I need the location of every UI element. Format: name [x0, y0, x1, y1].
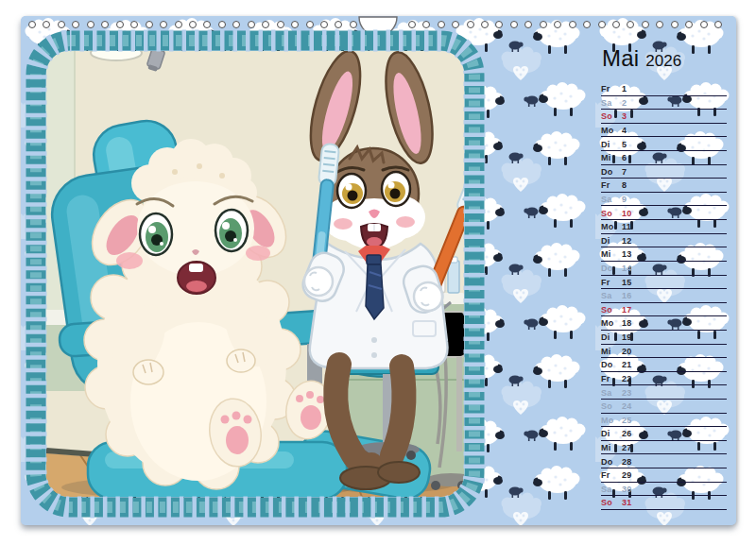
weekday-label: Do: [601, 264, 622, 273]
day-number: 24: [622, 401, 727, 411]
calendar-day-row: So10: [601, 206, 727, 220]
binding-hole: [452, 21, 459, 28]
binding-hole: [627, 21, 634, 28]
day-list: Fr1Sa2So3Mo4Di5Mi6Do7Fr8Sa9So10Mo11Di12M…: [601, 82, 727, 510]
day-number: 16: [622, 291, 727, 300]
binding-hole: [58, 21, 65, 28]
day-number: 22: [622, 374, 727, 383]
calendar-day-row: Do7: [601, 165, 727, 179]
binding-hole: [598, 21, 606, 28]
binding-hole: [218, 21, 226, 28]
calendar-day-row: Do28: [601, 454, 727, 468]
binding-hole: [87, 21, 94, 28]
day-number: 15: [622, 278, 727, 287]
weekday-label: Di: [601, 140, 622, 149]
calendar-day-row: So31: [601, 496, 727, 510]
month-label: Mai: [602, 45, 639, 72]
year-label: 2026: [645, 52, 681, 71]
dental-office-scene: [46, 32, 486, 504]
calendar-day-row: Sa2: [601, 96, 727, 111]
calendar-day-row: Mo18: [601, 316, 727, 331]
binding-hole: [72, 21, 79, 28]
day-number: 3: [622, 111, 727, 121]
calendar-day-row: Sa30: [601, 483, 727, 497]
binding-hole: [524, 21, 532, 28]
binding-hole: [146, 21, 153, 28]
weekday-label: Fr: [601, 374, 622, 383]
day-number: 9: [622, 195, 727, 204]
calendar-day-row: Fr1: [601, 82, 727, 96]
binding-hole: [408, 21, 416, 28]
binding-hole: [495, 21, 503, 28]
weekday-label: Mi: [601, 153, 622, 162]
calendar-page: Mai 2026 Fr1Sa2So3Mo4Di5Mi6Do7Fr8Sa9So10…: [21, 16, 736, 525]
day-number: 18: [622, 318, 727, 328]
binding-hole: [306, 21, 314, 28]
binding-hole: [671, 21, 679, 28]
calendar-day-row: Mo25: [601, 414, 727, 428]
weekday-label: Mo: [601, 416, 622, 425]
calendar-day-row: Di5: [601, 137, 727, 151]
calendar-day-row: Fr29: [601, 468, 727, 483]
binding-hole: [510, 21, 518, 28]
binding-hole: [248, 21, 255, 28]
binding-hole: [28, 21, 36, 28]
calendar-day-row: Mo4: [601, 124, 727, 138]
calendar-day-row: Mi6: [601, 151, 727, 165]
weekday-label: Mi: [601, 443, 622, 452]
day-number: 21: [622, 360, 727, 369]
day-number: 8: [622, 180, 727, 190]
day-number: 6: [622, 153, 727, 162]
day-number: 7: [622, 167, 727, 177]
day-number: 31: [622, 498, 727, 507]
weekday-label: Mi: [601, 249, 622, 259]
calendar-day-row: Sa9: [601, 193, 727, 207]
day-number: 13: [622, 249, 727, 259]
calendar-day-row: Fr8: [601, 179, 727, 193]
weekday-label: Do: [601, 167, 622, 177]
binding-hole: [160, 21, 167, 28]
calendar-day-row: Sa23: [601, 385, 727, 400]
weekday-label: Fr: [601, 84, 622, 94]
binding-hole: [540, 21, 547, 28]
weekday-label: Di: [601, 429, 622, 438]
calendar-day-row: Mi27: [601, 441, 727, 455]
day-number: 11: [622, 222, 727, 231]
binding-hole: [203, 21, 211, 28]
weekday-label: Sa: [601, 485, 622, 494]
calendar-day-row: Fr15: [601, 276, 727, 290]
weekday-label: Fr: [601, 180, 622, 190]
screenshot-canvas: Mai 2026 Fr1Sa2So3Mo4Di5Mi6Do7Fr8Sa9So10…: [0, 0, 756, 545]
calendar-day-row: Mi20: [601, 345, 727, 359]
calendar-panel: Mai 2026 Fr1Sa2So3Mo4Di5Mi6Do7Fr8Sa9So10…: [601, 45, 730, 510]
weekday-label: So: [601, 498, 622, 507]
binding-hole: [612, 21, 620, 28]
binding-hole: [700, 21, 708, 28]
binding-hole: [130, 21, 138, 28]
day-number: 14: [622, 264, 727, 273]
weekday-label: Mo: [601, 222, 622, 231]
binding-hole: [422, 21, 430, 28]
binding-hole: [569, 21, 576, 28]
weekday-label: Sa: [601, 98, 622, 108]
binding-hole: [481, 21, 489, 28]
binding-hole: [189, 21, 197, 28]
weekday-label: So: [601, 111, 622, 121]
sheep-mouth: [178, 262, 215, 294]
day-number: 23: [622, 388, 727, 398]
calendar-day-row: Di26: [601, 427, 727, 441]
day-number: 4: [622, 126, 727, 135]
binding-hole: [43, 21, 50, 28]
binding-hole: [262, 21, 269, 28]
calendar-title: Mai 2026: [602, 45, 730, 72]
rabbit-mouth: [361, 224, 387, 247]
calendar-day-row: Do21: [601, 358, 727, 372]
calendar-day-row: Fr22: [601, 372, 727, 386]
calendar-day-row: So17: [601, 303, 727, 317]
weekday-label: Mo: [601, 318, 622, 328]
day-number: 30: [622, 485, 727, 494]
weekday-label: So: [601, 209, 622, 218]
calendar-day-row: Mi13: [601, 247, 727, 262]
day-number: 2: [622, 98, 727, 108]
binding-hole: [685, 21, 693, 28]
